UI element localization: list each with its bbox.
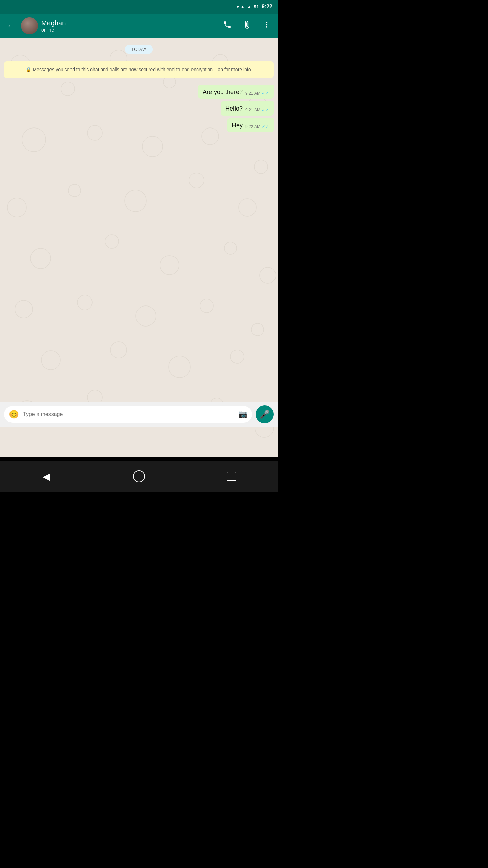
svg-point-21 [15, 300, 33, 318]
nav-recents-button[interactable] [221, 466, 242, 487]
messages-area: TODAY 🔒 Messages you send to this chat a… [0, 38, 278, 137]
svg-point-14 [189, 173, 204, 188]
message-bubble: Hey 9:22 AM ✓✓ [227, 118, 274, 132]
attach-button[interactable] [240, 18, 254, 34]
nav-bar: ◀ [0, 461, 278, 492]
contact-status: online [41, 27, 217, 33]
chat-container: TODAY 🔒 Messages you send to this chat a… [0, 38, 278, 457]
message-ticks: ✓✓ [262, 124, 269, 129]
recents-square-icon [227, 472, 236, 481]
svg-point-8 [142, 136, 163, 157]
status-bar: ▼▲ ▲ 91 9:22 [0, 0, 278, 14]
svg-point-13 [125, 190, 146, 212]
nav-back-button[interactable]: ◀ [36, 466, 57, 487]
camera-button[interactable]: 📷 [238, 410, 247, 419]
svg-point-29 [230, 350, 244, 363]
mic-icon: 🎤 [260, 410, 270, 419]
avatar-image [21, 17, 38, 34]
nav-home-button[interactable] [129, 466, 149, 487]
wifi-icon: ▼▲ [236, 4, 245, 9]
svg-point-15 [239, 199, 256, 216]
svg-point-12 [68, 184, 81, 197]
status-time: 9:22 [262, 4, 272, 10]
message-row: Hello? 9:21 AM ✓✓ [4, 101, 274, 115]
message-time: 9:21 AM [245, 107, 260, 112]
encryption-notice[interactable]: 🔒 Messages you send to this chat and cal… [4, 61, 274, 78]
message-meta: 9:21 AM ✓✓ [245, 91, 269, 96]
message-text: Are you there? [203, 88, 243, 96]
svg-point-10 [254, 160, 268, 174]
svg-point-25 [251, 323, 264, 336]
message-ticks: ✓✓ [262, 107, 269, 113]
message-ticks: ✓✓ [262, 91, 269, 96]
message-bubble: Hello? 9:21 AM ✓✓ [221, 101, 274, 115]
message-time: 9:21 AM [245, 91, 260, 96]
svg-point-17 [105, 235, 119, 248]
svg-point-24 [200, 299, 214, 313]
message-input[interactable] [23, 411, 234, 417]
message-meta: 9:21 AM ✓✓ [245, 107, 269, 113]
svg-point-11 [7, 198, 26, 217]
battery-icon: 91 [253, 4, 259, 9]
date-badge: TODAY [125, 45, 153, 54]
back-nav-icon: ◀ [43, 471, 50, 482]
chat-header: ← Meghan online [0, 14, 278, 38]
svg-point-19 [224, 242, 237, 254]
svg-point-28 [169, 356, 190, 378]
svg-point-27 [110, 342, 127, 358]
message-row: Are you there? 9:21 AM ✓✓ [4, 85, 274, 99]
svg-point-18 [160, 256, 179, 275]
home-circle-icon [133, 470, 145, 482]
message-row: Hey 9:22 AM ✓✓ [4, 118, 274, 132]
contact-info[interactable]: Meghan online [41, 19, 217, 33]
input-area: 😊 📷 🎤 [0, 402, 278, 427]
svg-point-23 [136, 306, 156, 326]
header-actions [220, 18, 274, 34]
svg-point-20 [260, 267, 276, 283]
contact-name: Meghan [41, 19, 217, 27]
message-time: 9:22 AM [245, 124, 260, 129]
svg-point-22 [77, 295, 92, 310]
contact-avatar[interactable] [21, 17, 38, 34]
message-text: Hello? [225, 105, 243, 113]
message-input-box[interactable]: 😊 📷 [4, 406, 252, 423]
message-meta: 9:22 AM ✓✓ [245, 124, 269, 129]
signal-icon: ▲ [247, 4, 252, 9]
back-button[interactable]: ← [4, 18, 18, 33]
message-text: Hey [232, 122, 243, 130]
menu-button[interactable] [260, 18, 274, 34]
svg-point-16 [30, 248, 51, 269]
call-button[interactable] [220, 18, 235, 34]
message-bubble: Are you there? 9:21 AM ✓✓ [198, 85, 274, 99]
emoji-button[interactable]: 😊 [9, 410, 19, 419]
status-icons: ▼▲ ▲ 91 [236, 4, 259, 9]
svg-point-26 [41, 351, 60, 370]
mic-button[interactable]: 🎤 [256, 405, 274, 423]
